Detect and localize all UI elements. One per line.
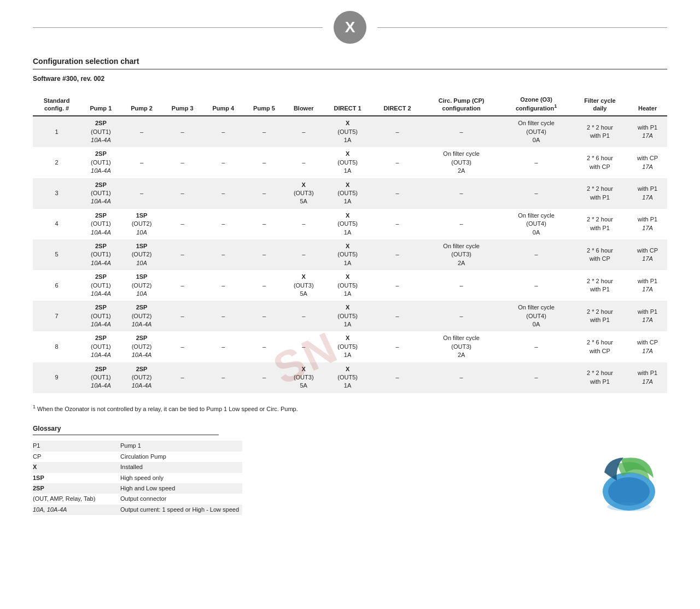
glossary-item: CPCirculation Pump	[33, 452, 242, 462]
cell-pump4: –	[203, 209, 244, 239]
cell-blower: –	[284, 209, 323, 239]
cell-pump1: 2SP(OUT1)10A-4A	[80, 301, 121, 331]
cell-direct1: X(OUT5)1A	[323, 178, 372, 209]
cell-pump4: –	[203, 270, 244, 301]
footnote: 1 When the Ozonator is not controlled by…	[33, 404, 667, 412]
cell-heater: with P117A	[628, 209, 667, 239]
title-divider	[33, 69, 667, 69]
cell-pump5: –	[244, 270, 285, 301]
cell-num: 9	[33, 362, 80, 393]
col-direct2: DIRECT 2	[372, 92, 422, 116]
cell-pump1: 2SP(OUT1)10A-4A	[80, 239, 121, 270]
glossary-item: XInstalled	[33, 462, 242, 472]
cell-circ_pump: –	[422, 270, 500, 301]
col-ozone: Ozone (O3)configuration1	[500, 92, 571, 116]
cell-pump5: –	[244, 178, 285, 209]
cell-direct2: –	[372, 147, 422, 178]
header-section: X	[33, 11, 667, 44]
cell-pump5: –	[244, 147, 285, 178]
cell-filter: 2 * 2 hourwith P1	[572, 362, 628, 393]
cell-pump4: –	[203, 178, 244, 209]
cell-pump5: –	[244, 362, 285, 393]
cell-ozone: On filter cycle(OUT4)0A	[500, 301, 571, 331]
table-row: 22SP(OUT1)10A-4A–––––X(OUT5)1A–On filter…	[33, 147, 667, 178]
col-blower: Blower	[284, 92, 323, 116]
cell-pump2: 1SP(OUT2)10A	[121, 270, 162, 301]
header-logo: X	[334, 11, 366, 44]
cell-pump3: –	[162, 331, 203, 362]
cell-direct2: –	[372, 209, 422, 239]
cell-pump2: 1SP(OUT2)10A	[121, 209, 162, 239]
cell-circ_pump: On filter cycle(OUT3)2A	[422, 331, 500, 362]
glossary-definition: High and Low speed	[120, 483, 242, 494]
col-pump2: Pump 2	[121, 92, 162, 116]
cell-heater: with P117A	[628, 270, 667, 301]
cell-ozone: On filter cycle(OUT4)0A	[500, 209, 571, 239]
cell-direct2: –	[372, 362, 422, 393]
cell-blower: X(OUT3)5A	[284, 362, 323, 393]
glossary-divider	[33, 435, 219, 435]
cell-pump2: 2SP(OUT2)10A-4A	[121, 331, 162, 362]
cell-pump2: –	[121, 178, 162, 209]
cell-pump4: –	[203, 239, 244, 270]
glossary-term: CP	[33, 452, 120, 462]
glossary-definition: High speed only	[120, 473, 242, 483]
cell-direct1: X(OUT5)1A	[323, 147, 372, 178]
cell-direct1: X(OUT5)1A	[323, 270, 372, 301]
cell-pump3: –	[162, 116, 203, 147]
cell-direct2: –	[372, 239, 422, 270]
cell-direct1: X(OUT5)1A	[323, 209, 372, 239]
cell-pump1: 2SP(OUT1)10A-4A	[80, 178, 121, 209]
cell-filter: 2 * 2 hourwith P1	[572, 270, 628, 301]
cell-filter: 2 * 6 hourwith CP	[572, 239, 628, 270]
glossary-item: 2SPHigh and Low speed	[33, 483, 242, 494]
cell-pump2: 1SP(OUT2)10A	[121, 239, 162, 270]
cell-blower: –	[284, 116, 323, 147]
col-config: Standardconfig. #	[33, 92, 80, 116]
section-title: Configuration selection chart	[33, 57, 667, 66]
col-circ-pump: Circ. Pump (CP)configuration	[422, 92, 500, 116]
cell-pump2: 2SP(OUT2)10A-4A	[121, 301, 162, 331]
cell-blower: –	[284, 147, 323, 178]
table-row: 52SP(OUT1)10A-4A1SP(OUT2)10A––––X(OUT5)1…	[33, 239, 667, 270]
cell-heater: with CP17A	[628, 239, 667, 270]
glossary-item: P1Pump 1	[33, 441, 242, 451]
company-logo-svg	[591, 448, 667, 513]
cell-pump1: 2SP(OUT1)10A-4A	[80, 209, 121, 239]
cell-pump4: –	[203, 116, 244, 147]
cell-blower: –	[284, 239, 323, 270]
logo-letter: X	[345, 19, 355, 36]
cell-filter: 2 * 2 hourwith P1	[572, 116, 628, 147]
table-row: 72SP(OUT1)10A-4A2SP(OUT2)10A-4A––––X(OUT…	[33, 301, 667, 331]
glossary-section: Glossary P1Pump 1CPCirculation PumpXInst…	[33, 425, 242, 515]
table-row: 62SP(OUT1)10A-4A1SP(OUT2)10A–––X(OUT3)5A…	[33, 270, 667, 301]
cell-circ_pump: –	[422, 209, 500, 239]
cell-circ_pump: –	[422, 178, 500, 209]
cell-heater: with CP17A	[628, 147, 667, 178]
cell-direct1: X(OUT5)1A	[323, 331, 372, 362]
cell-pump5: –	[244, 116, 285, 147]
cell-ozone: –	[500, 270, 571, 301]
glossary-term: X	[33, 462, 120, 472]
cell-heater: with P117A	[628, 116, 667, 147]
cell-direct1: X(OUT5)1A	[323, 301, 372, 331]
table-header-row: Standardconfig. # Pump 1 Pump 2 Pump 3 P…	[33, 92, 667, 116]
cell-direct2: –	[372, 270, 422, 301]
config-table: Standardconfig. # Pump 1 Pump 2 Pump 3 P…	[33, 92, 667, 393]
col-filter: Filter cycledaily	[572, 92, 628, 116]
cell-pump3: –	[162, 178, 203, 209]
glossary-term: P1	[33, 441, 120, 451]
cell-pump4: –	[203, 362, 244, 393]
cell-direct2: –	[372, 331, 422, 362]
glossary-definition: Installed	[120, 462, 242, 472]
cell-heater: with CP17A	[628, 331, 667, 362]
cell-pump2: –	[121, 147, 162, 178]
cell-num: 6	[33, 270, 80, 301]
cell-num: 3	[33, 178, 80, 209]
glossary-item: (OUT, AMP, Relay, Tab)Output connector	[33, 494, 242, 504]
cell-pump3: –	[162, 209, 203, 239]
svg-point-2	[607, 502, 651, 511]
cell-ozone: –	[500, 362, 571, 393]
glossary-definition: Circulation Pump	[120, 452, 242, 462]
cell-num: 7	[33, 301, 80, 331]
